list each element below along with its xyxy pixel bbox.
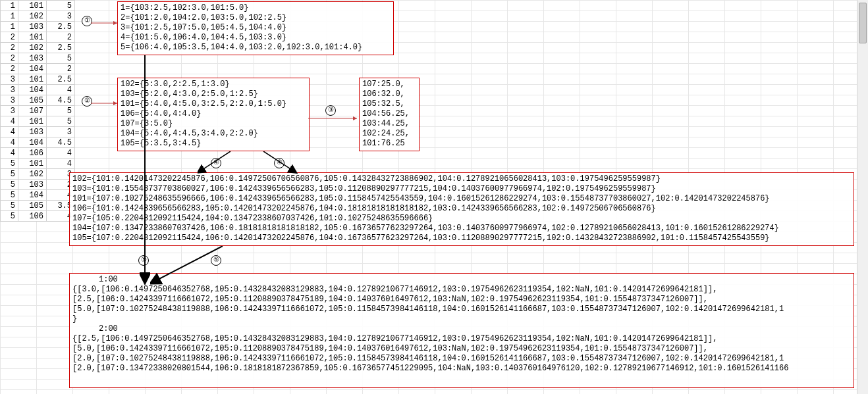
table-cell[interactable]: 5 (1, 159, 18, 169)
table-cell[interactable]: 3 (1, 85, 18, 95)
table-row: 51032 (1, 180, 75, 190)
text-line: [5.0,[106:0.14243397116661072,105:0.1120… (72, 344, 851, 354)
table-cell[interactable]: 5 (47, 1, 75, 11)
table-cell[interactable]: 5 (47, 106, 75, 116)
table-row: 21035 (1, 53, 75, 64)
table-cell[interactable]: 103 (18, 53, 47, 64)
table-row: 31044 (1, 85, 75, 95)
box-predictions: 1:00{[3.0,[106:0.14972506463527᠎68,105:0… (69, 273, 854, 388)
text-line: {[2.5,[106:0.14972506463527᠎68,105:0.143… (72, 334, 851, 344)
text-line: 4={101:5.0,106:4.0,104:4.5,103:3.0} (121, 33, 391, 43)
table-cell[interactable]: 3 (47, 11, 75, 22)
table-cell[interactable]: 2.5 (47, 22, 75, 32)
table-cell[interactable]: 3 (1, 106, 18, 116)
text-line: 3={101:2.5,107:5.0,105:4.5,104:4.0} (121, 23, 391, 33)
table-cell[interactable]: 101 (18, 32, 47, 43)
table-cell[interactable]: 2 (1, 64, 18, 74)
table-cell[interactable]: 4 (47, 148, 75, 159)
table-cell[interactable]: 5 (47, 53, 75, 64)
table-cell[interactable]: 103 (18, 22, 47, 32)
table-cell[interactable]: 3 (1, 74, 18, 85)
text-line: [2.0,[107:0.13472338020801544,106:0.1818… (72, 364, 851, 374)
svg-line-5 (200, 151, 231, 171)
table-row: 41064 (1, 148, 75, 159)
text-line: [5.0,[107:0.10275248438119888,106:0.1424… (72, 305, 851, 314)
svg-line-6 (263, 151, 294, 171)
table-cell[interactable]: 4 (47, 85, 75, 95)
table-cell[interactable]: 102 (18, 169, 47, 180)
table-cell[interactable]: 101 (18, 116, 47, 127)
table-cell[interactable]: 104 (18, 64, 47, 74)
table-cell[interactable]: 5 (1, 180, 18, 190)
table-cell[interactable]: 105 (18, 95, 47, 106)
table-row: 41033 (1, 127, 75, 137)
table-cell[interactable]: 101 (18, 74, 47, 85)
table-cell[interactable]: 1 (1, 1, 18, 11)
table-cell[interactable]: 5 (47, 116, 75, 127)
arrow-1 (91, 18, 120, 28)
table-row: 31054.5 (1, 95, 75, 106)
table-cell[interactable]: 103 (18, 180, 47, 190)
box-similarity: 102={101:0.14201473202245876,106:0.14972… (69, 172, 854, 246)
table-cell[interactable]: 104 (18, 137, 47, 148)
table-row: 41015 (1, 116, 75, 127)
table-cell[interactable]: 102 (18, 43, 47, 53)
text-line: [2.0,[107:0.10275248438119888,106:0.1424… (72, 354, 851, 364)
text-line: 107={105:0.22048120921154᠎24,104:0.13472… (72, 214, 851, 224)
table-cell[interactable]: 104 (18, 85, 47, 95)
text-line: 101:76.25 (362, 139, 416, 149)
table-row: 31075 (1, 106, 75, 116)
table-cell[interactable]: 5 (1, 190, 18, 201)
table-cell[interactable]: 101 (18, 159, 47, 169)
table-cell[interactable]: 105 (18, 201, 47, 211)
table-cell[interactable]: 5 (1, 201, 18, 211)
group-heading: 2:00 (72, 324, 851, 334)
table-cell[interactable]: 107 (18, 106, 47, 116)
canvas: 110151102311032.52101221022.521035210423… (0, 0, 868, 394)
vertical-scrollbar[interactable] (857, 0, 868, 394)
table-cell[interactable]: 106 (18, 211, 47, 222)
table-cell[interactable]: 3 (1, 95, 18, 106)
svg-line-4 (154, 246, 223, 282)
table-cell[interactable]: 2.5 (47, 43, 75, 53)
text-line: 103={101:0.15548737703860027,106:0.14243… (72, 184, 851, 194)
text-line: 5={106:4.0,105:3.5,104:4.0,103:2.0,102:3… (121, 43, 391, 53)
table-cell[interactable]: 101 (18, 1, 47, 11)
text-line: 107:25.0, (362, 80, 416, 89)
table-cell[interactable]: 5 (1, 211, 18, 222)
table-cell[interactable]: 102 (18, 11, 47, 22)
table-cell[interactable]: 2 (1, 53, 18, 64)
table-cell[interactable]: 4 (1, 148, 18, 159)
table-cell[interactable]: 2 (47, 32, 75, 43)
table-cell[interactable]: 4 (1, 137, 18, 148)
table-cell[interactable]: 106 (18, 148, 47, 159)
text-line: 104:56.25, (362, 109, 416, 119)
table-cell[interactable]: 4 (1, 127, 18, 137)
table-cell[interactable]: 2 (47, 64, 75, 74)
scrollbar-thumb[interactable] (859, 3, 867, 43)
arrow-2 (91, 99, 120, 108)
table-cell[interactable]: 1 (1, 22, 18, 32)
text-line: [2.5,[106:0.14243397116661072,105:0.1120… (72, 295, 851, 305)
table-cell[interactable]: 4.5 (47, 95, 75, 106)
text-line: {[3.0,[106:0.14972506463527᠎68,105:0.143… (72, 285, 851, 295)
table-row: 51023 (1, 169, 75, 180)
table-cell[interactable]: 104 (18, 190, 47, 201)
table-cell[interactable]: 4.5 (47, 137, 75, 148)
table-cell[interactable]: 4 (1, 116, 18, 127)
table-cell[interactable]: 4 (47, 159, 75, 169)
text-line: 1={103:2.5,102:3.0,101:5.0} (121, 3, 391, 13)
table-cell[interactable]: 5 (1, 169, 18, 180)
table-cell[interactable]: 2.5 (47, 74, 75, 85)
text-line: 102:24.25, (362, 129, 416, 139)
table-cell[interactable]: 2 (1, 43, 18, 53)
table-cell[interactable]: 103 (18, 127, 47, 137)
arrow-4a (198, 151, 237, 174)
table-cell[interactable]: 3 (47, 127, 75, 137)
table-row: 21042 (1, 64, 75, 74)
table-cell[interactable]: 1 (1, 11, 18, 22)
table-row: 41044.5 (1, 137, 75, 148)
table-cell[interactable]: 2 (1, 32, 18, 43)
text-line: 102={101:0.14201473202245876,106:0.14972… (72, 174, 851, 184)
text-line: } (72, 314, 851, 324)
